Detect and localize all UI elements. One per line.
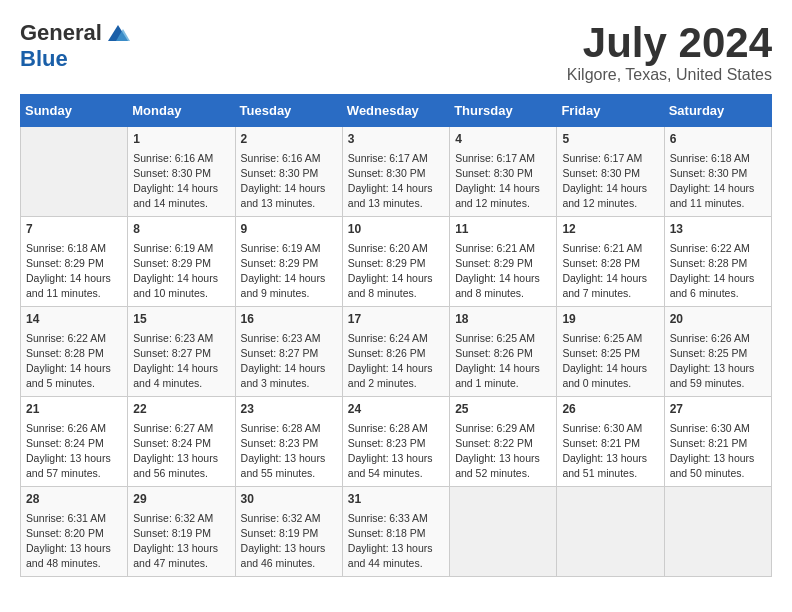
day-info-line: and 59 minutes. (670, 377, 745, 389)
day-info-line: Daylight: 14 hours (670, 272, 755, 284)
day-info-line: Sunset: 8:30 PM (348, 167, 426, 179)
day-info-line: Daylight: 14 hours (26, 362, 111, 374)
week-row-4: 21Sunrise: 6:26 AMSunset: 8:24 PMDayligh… (21, 397, 772, 487)
day-number: 18 (455, 311, 551, 328)
calendar-cell: 20Sunrise: 6:26 AMSunset: 8:25 PMDayligh… (664, 307, 771, 397)
day-info-line: Sunrise: 6:32 AM (241, 512, 321, 524)
day-info-line: Sunset: 8:19 PM (133, 527, 211, 539)
calendar-cell: 25Sunrise: 6:29 AMSunset: 8:22 PMDayligh… (450, 397, 557, 487)
day-info-line: Sunset: 8:21 PM (562, 437, 640, 449)
day-number: 13 (670, 221, 766, 238)
location: Kilgore, Texas, United States (567, 66, 772, 84)
day-info-line: Daylight: 14 hours (241, 272, 326, 284)
calendar-cell (21, 127, 128, 217)
day-info-line: Sunrise: 6:17 AM (348, 152, 428, 164)
header-tuesday: Tuesday (235, 95, 342, 127)
day-info-line: Daylight: 14 hours (348, 272, 433, 284)
day-info-line: and 2 minutes. (348, 377, 417, 389)
day-info-line: and 11 minutes. (26, 287, 101, 299)
day-info-line: and 12 minutes. (562, 197, 637, 209)
day-info-line: Sunset: 8:30 PM (133, 167, 211, 179)
day-info-line: Sunset: 8:29 PM (26, 257, 104, 269)
day-info-line: Daylight: 14 hours (241, 362, 326, 374)
day-info-line: Daylight: 13 hours (241, 452, 326, 464)
day-number: 17 (348, 311, 444, 328)
calendar-cell: 22Sunrise: 6:27 AMSunset: 8:24 PMDayligh… (128, 397, 235, 487)
day-info-line: Daylight: 14 hours (455, 362, 540, 374)
day-info-line: Daylight: 13 hours (241, 542, 326, 554)
calendar-cell: 14Sunrise: 6:22 AMSunset: 8:28 PMDayligh… (21, 307, 128, 397)
week-row-5: 28Sunrise: 6:31 AMSunset: 8:20 PMDayligh… (21, 487, 772, 577)
day-info-line: Sunset: 8:27 PM (241, 347, 319, 359)
day-info-line: Sunset: 8:19 PM (241, 527, 319, 539)
calendar-cell: 19Sunrise: 6:25 AMSunset: 8:25 PMDayligh… (557, 307, 664, 397)
day-info-line: Daylight: 14 hours (133, 182, 218, 194)
day-number: 23 (241, 401, 337, 418)
day-info-line: Daylight: 13 hours (133, 542, 218, 554)
day-info-line: Sunset: 8:26 PM (455, 347, 533, 359)
calendar-cell: 12Sunrise: 6:21 AMSunset: 8:28 PMDayligh… (557, 217, 664, 307)
day-info-line: Sunset: 8:18 PM (348, 527, 426, 539)
day-number: 4 (455, 131, 551, 148)
calendar-cell: 21Sunrise: 6:26 AMSunset: 8:24 PMDayligh… (21, 397, 128, 487)
day-number: 27 (670, 401, 766, 418)
day-info-line: Daylight: 14 hours (455, 272, 540, 284)
day-info-line: Sunrise: 6:29 AM (455, 422, 535, 434)
day-info-line: Daylight: 14 hours (26, 272, 111, 284)
calendar-cell: 11Sunrise: 6:21 AMSunset: 8:29 PMDayligh… (450, 217, 557, 307)
calendar-cell: 17Sunrise: 6:24 AMSunset: 8:26 PMDayligh… (342, 307, 449, 397)
day-number: 21 (26, 401, 122, 418)
calendar-cell: 9Sunrise: 6:19 AMSunset: 8:29 PMDaylight… (235, 217, 342, 307)
day-info-line: Sunset: 8:20 PM (26, 527, 104, 539)
calendar-cell: 28Sunrise: 6:31 AMSunset: 8:20 PMDayligh… (21, 487, 128, 577)
calendar-header-row: SundayMondayTuesdayWednesdayThursdayFrid… (21, 95, 772, 127)
calendar-cell: 8Sunrise: 6:19 AMSunset: 8:29 PMDaylight… (128, 217, 235, 307)
day-info-line: and 55 minutes. (241, 467, 316, 479)
day-info-line: Sunset: 8:25 PM (670, 347, 748, 359)
day-number: 3 (348, 131, 444, 148)
calendar-cell: 5Sunrise: 6:17 AMSunset: 8:30 PMDaylight… (557, 127, 664, 217)
day-info-line: Sunset: 8:22 PM (455, 437, 533, 449)
day-number: 10 (348, 221, 444, 238)
day-info-line: Daylight: 14 hours (455, 182, 540, 194)
day-number: 8 (133, 221, 229, 238)
day-number: 6 (670, 131, 766, 148)
calendar-cell: 13Sunrise: 6:22 AMSunset: 8:28 PMDayligh… (664, 217, 771, 307)
logo-icon (106, 21, 130, 45)
page-header: General Blue July 2024 Kilgore, Texas, U… (20, 20, 772, 84)
day-info-line: Sunrise: 6:17 AM (455, 152, 535, 164)
day-info-line: and 48 minutes. (26, 557, 101, 569)
calendar-table: SundayMondayTuesdayWednesdayThursdayFrid… (20, 94, 772, 577)
day-info-line: and 46 minutes. (241, 557, 316, 569)
header-sunday: Sunday (21, 95, 128, 127)
day-info-line: Sunrise: 6:32 AM (133, 512, 213, 524)
day-info-line: Daylight: 13 hours (670, 452, 755, 464)
week-row-1: 1Sunrise: 6:16 AMSunset: 8:30 PMDaylight… (21, 127, 772, 217)
day-info-line: Sunrise: 6:23 AM (241, 332, 321, 344)
day-info-line: Sunset: 8:21 PM (670, 437, 748, 449)
day-info-line: Daylight: 14 hours (562, 362, 647, 374)
day-info-line: Sunset: 8:24 PM (26, 437, 104, 449)
day-info-line: Sunrise: 6:27 AM (133, 422, 213, 434)
calendar-cell (557, 487, 664, 577)
day-info-line: Sunrise: 6:16 AM (133, 152, 213, 164)
day-info-line: Daylight: 13 hours (348, 452, 433, 464)
day-info-line: Sunrise: 6:33 AM (348, 512, 428, 524)
day-info-line: Daylight: 13 hours (133, 452, 218, 464)
day-info-line: and 4 minutes. (133, 377, 202, 389)
day-info-line: and 6 minutes. (670, 287, 739, 299)
day-info-line: and 44 minutes. (348, 557, 423, 569)
day-info-line: Sunset: 8:30 PM (562, 167, 640, 179)
day-info-line: and 8 minutes. (348, 287, 417, 299)
day-info-line: Sunrise: 6:21 AM (562, 242, 642, 254)
day-number: 24 (348, 401, 444, 418)
day-info-line: Sunset: 8:28 PM (26, 347, 104, 359)
day-number: 29 (133, 491, 229, 508)
day-info-line: Sunrise: 6:23 AM (133, 332, 213, 344)
day-info-line: Sunset: 8:30 PM (670, 167, 748, 179)
calendar-cell: 26Sunrise: 6:30 AMSunset: 8:21 PMDayligh… (557, 397, 664, 487)
day-info-line: Sunset: 8:28 PM (562, 257, 640, 269)
calendar-cell: 18Sunrise: 6:25 AMSunset: 8:26 PMDayligh… (450, 307, 557, 397)
day-info-line: Daylight: 14 hours (348, 362, 433, 374)
day-info-line: Sunrise: 6:28 AM (348, 422, 428, 434)
